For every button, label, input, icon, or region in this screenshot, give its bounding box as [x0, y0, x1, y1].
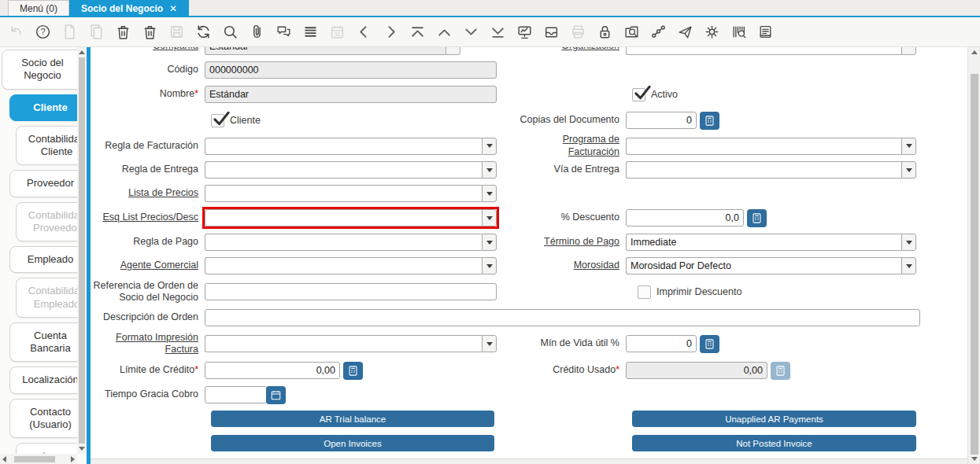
termino-pago-dropdown-button[interactable] — [901, 234, 916, 251]
lock-icon[interactable] — [597, 24, 613, 40]
agente-comercial-label[interactable]: Agente Comercial — [120, 260, 198, 271]
help-window-icon[interactable] — [757, 24, 774, 40]
organizacion-search-button[interactable] — [901, 47, 916, 55]
report-icon[interactable] — [516, 24, 533, 40]
regla-entrega-input[interactable] — [205, 161, 482, 179]
sidebar-tab-contacto-usuario[interactable]: Contacto (Usuario) — [9, 399, 77, 439]
scrollbar-thumb[interactable] — [79, 57, 85, 444]
scroll-up-icon[interactable] — [79, 50, 85, 54]
via-entrega-combo[interactable] — [626, 161, 916, 179]
activo-checkbox[interactable] — [632, 88, 645, 101]
via-entrega-dropdown-button[interactable] — [901, 161, 916, 179]
tiempo-gracia-input[interactable] — [205, 386, 268, 403]
compania-label[interactable]: Compañía — [153, 47, 198, 51]
agente-comercial-dropdown-button[interactable] — [482, 257, 497, 274]
min-vida-calculator-button[interactable] — [700, 335, 719, 353]
sidebar-horizontal-scrollbar[interactable] — [0, 454, 77, 464]
programa-facturacion-combo[interactable] — [626, 138, 916, 155]
regla-facturacion-combo[interactable] — [205, 138, 497, 155]
attachment-icon[interactable] — [249, 24, 265, 40]
regla-pago-input[interactable] — [205, 234, 482, 251]
scroll-down-icon[interactable] — [79, 447, 85, 451]
programa-facturacion-input[interactable] — [626, 138, 901, 155]
next-icon[interactable] — [383, 24, 399, 40]
sidebar-tab-empleado[interactable]: Empleado — [9, 246, 77, 273]
programa-facturacion-label[interactable]: Programa de Facturación — [563, 134, 619, 157]
scroll-left-icon[interactable] — [2, 456, 6, 462]
morosidad-label[interactable]: Morosidad — [574, 260, 619, 271]
main-vertical-scrollbar[interactable] — [967, 47, 980, 464]
scrollbar-thumb[interactable] — [14, 456, 55, 462]
referencia-orden-input[interactable] — [205, 283, 497, 300]
unapplied-ar-payments-button[interactable]: Unapplied AR Payments — [632, 411, 916, 427]
find-icon[interactable] — [222, 24, 239, 40]
down-icon[interactable] — [463, 24, 479, 40]
limite-credito-calculator-button[interactable] — [343, 362, 363, 380]
zoom-across-icon[interactable] — [623, 24, 640, 40]
close-icon[interactable]: ✕ — [169, 4, 177, 13]
organizacion-input[interactable] — [626, 47, 901, 55]
copias-documento-input[interactable] — [626, 112, 697, 129]
morosidad-input[interactable] — [626, 257, 901, 274]
min-vida-util-input[interactable] — [626, 335, 697, 352]
agente-comercial-input[interactable] — [205, 257, 482, 274]
sidebar-tab-proveedor[interactable]: Proveedor — [9, 170, 77, 197]
programa-facturacion-dropdown-button[interactable] — [901, 138, 916, 155]
regla-entrega-combo[interactable] — [205, 161, 497, 179]
lista-precios-combo[interactable] — [205, 185, 497, 202]
via-entrega-input[interactable] — [626, 161, 901, 179]
regla-pago-combo[interactable] — [205, 234, 497, 251]
ar-trial-balance-button[interactable]: AR Trial balance — [211, 411, 494, 427]
termino-pago-label[interactable]: Término de Pago — [544, 236, 619, 247]
delete-selection-icon[interactable] — [142, 24, 158, 40]
delete-icon[interactable] — [115, 24, 131, 40]
regla-entrega-dropdown-button[interactable] — [482, 161, 497, 179]
termino-pago-input[interactable] — [626, 234, 901, 251]
scroll-right-icon[interactable] — [71, 456, 75, 462]
tab-socio-del-negocio[interactable]: Socio del Negocio ✕ — [69, 0, 189, 16]
formato-impresion-label[interactable]: Formato Impresión Factura — [116, 332, 198, 355]
requery-icon[interactable] — [195, 24, 212, 40]
sidebar-tab-cuenta-bancaria[interactable]: Cuenta Bancaria — [9, 322, 77, 363]
formato-impresion-combo[interactable] — [205, 335, 497, 352]
descuento-calculator-button[interactable] — [747, 209, 767, 227]
formato-impresion-input[interactable] — [205, 335, 482, 352]
tiempo-gracia-calendar-button[interactable] — [266, 386, 286, 404]
scrollbar-thumb[interactable] — [971, 74, 978, 455]
imprimir-descuento-checkbox[interactable] — [638, 285, 651, 299]
limite-credito-input[interactable] — [205, 362, 340, 379]
lista-precios-dropdown-button[interactable] — [482, 185, 497, 202]
tab-menu[interactable]: Menú (0) — [8, 0, 69, 16]
formato-impresion-dropdown-button[interactable] — [482, 335, 497, 352]
morosidad-combo[interactable] — [626, 257, 916, 274]
archive-icon[interactable] — [543, 24, 560, 40]
cliente-checkbox[interactable] — [211, 114, 224, 127]
esq-list-precios-dropdown-button[interactable] — [482, 209, 497, 226]
morosidad-dropdown-button[interactable] — [901, 257, 916, 274]
esq-list-precios-input[interactable] — [205, 209, 482, 226]
regla-facturacion-input[interactable] — [205, 138, 482, 155]
help-icon[interactable]: ? — [35, 24, 51, 40]
descripcion-orden-input[interactable] — [205, 309, 920, 326]
sidebar-tab-localizacion[interactable]: Localización — [9, 366, 77, 393]
lista-precios-label[interactable]: Lista de Precios — [128, 187, 198, 198]
not-posted-invoice-button[interactable]: Not Posted Invoice — [632, 435, 916, 451]
termino-pago-combo[interactable] — [626, 234, 916, 251]
grid-toggle-icon[interactable] — [302, 24, 319, 40]
preferences-icon[interactable] — [704, 24, 720, 40]
open-invoices-button[interactable]: Open Invoices — [211, 435, 494, 451]
agente-comercial-combo[interactable] — [205, 257, 497, 274]
esq-list-precios-label[interactable]: Esq List Precios/Desc — [102, 212, 198, 223]
workflow-icon[interactable] — [650, 24, 667, 40]
scroll-down-icon[interactable] — [971, 457, 978, 461]
compania-search-button[interactable] — [446, 47, 460, 55]
regla-pago-dropdown-button[interactable] — [482, 234, 497, 251]
esq-list-precios-combo-highlighted[interactable] — [205, 209, 497, 226]
previous-icon[interactable] — [356, 24, 372, 40]
copias-calculator-button[interactable] — [700, 112, 719, 130]
last-record-icon[interactable] — [490, 24, 506, 40]
send-mail-icon[interactable] — [677, 24, 693, 40]
sidebar-tab-socio-del-negocio[interactable]: Socio del Negocio — [2, 50, 77, 90]
up-icon[interactable] — [436, 24, 453, 40]
chat-icon[interactable] — [276, 24, 292, 40]
